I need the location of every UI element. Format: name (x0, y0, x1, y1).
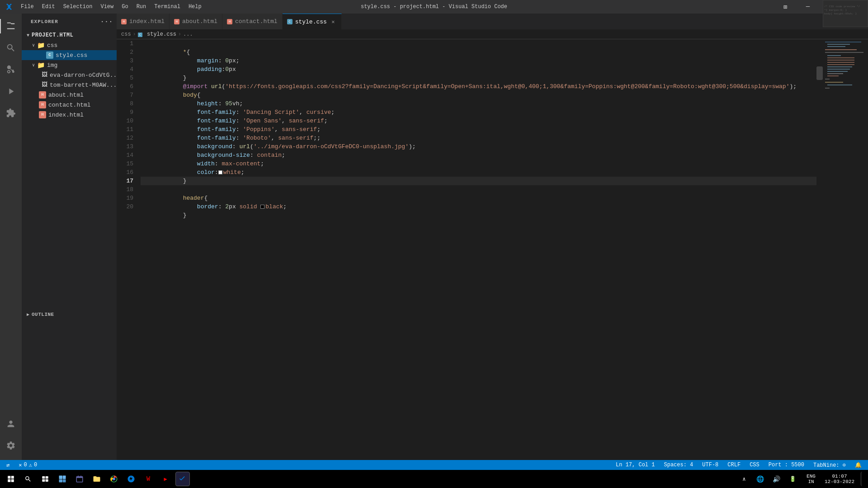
editor-scrollbar[interactable] (816, 39, 823, 460)
menu-terminal[interactable]: Terminal (151, 3, 184, 11)
status-port[interactable]: Port : 5500 (767, 460, 806, 470)
breadcrumb: css › C style.css › ... (117, 29, 868, 39)
sidebar-header-icons: ··· (102, 17, 111, 26)
status-language[interactable]: CSS (748, 460, 761, 470)
status-line-ending[interactable]: CRLF (726, 460, 742, 470)
breadcrumb-css[interactable]: css (121, 31, 131, 38)
tree-about-html[interactable]: ▶ H about.html (22, 90, 117, 100)
tree-img-folder[interactable]: ∨ 📁 img (22, 60, 117, 70)
outline-header[interactable]: ▶ OUTLINE (22, 310, 117, 319)
status-tabNine[interactable]: TabNine: ⊙ (811, 460, 848, 470)
activity-source-control-icon[interactable] (0, 59, 22, 80)
taskbar-word[interactable]: W (141, 472, 156, 486)
system-tray: ∧ 🌐 🔊 🔋 (737, 472, 800, 486)
menu-file[interactable]: File (17, 3, 38, 11)
app-logo-icon (5, 2, 14, 11)
status-spaces[interactable]: Spaces: 4 (662, 460, 695, 470)
taskbar-search[interactable] (21, 472, 35, 486)
tab-about[interactable]: H about.html (170, 14, 222, 29)
taskbar-file-explorer[interactable] (90, 472, 104, 486)
svg-rect-11 (827, 69, 850, 70)
taskbar-chrome[interactable] (107, 472, 121, 486)
tray-show-hidden[interactable]: ∧ (737, 472, 751, 486)
tab-close-button[interactable]: ✕ (330, 18, 337, 25)
status-notify[interactable]: 🔔 (853, 460, 863, 470)
tray-battery[interactable]: 🔋 (786, 472, 800, 486)
breadcrumb-style[interactable]: C style.css (138, 31, 176, 38)
sidebar-more-icon[interactable]: ··· (102, 17, 111, 26)
scrollbar-thumb[interactable] (816, 66, 823, 80)
svg-rect-0 (825, 42, 861, 42)
linenum-13: 13 (117, 142, 133, 151)
menu-view[interactable]: View (97, 3, 117, 11)
tab-index[interactable]: H index.html (117, 14, 170, 29)
svg-rect-2 (827, 46, 845, 47)
activity-account-icon[interactable] (0, 413, 22, 435)
menu-edit[interactable]: Edit (38, 3, 59, 11)
taskbar-vscode[interactable] (175, 472, 190, 486)
code-line-19: border: 2px solid black; (141, 194, 816, 202)
linenum-18: 18 (117, 185, 133, 194)
code-editor[interactable]: *{ margin: 0px; padding:0px } (137, 39, 816, 460)
status-encoding[interactable]: UTF-8 (700, 460, 720, 470)
code-line-17 (141, 177, 816, 185)
activity-debug-icon[interactable] (0, 80, 22, 102)
breadcrumb-more[interactable]: ... (183, 31, 193, 38)
editor-body: 1 2 3 4 5 6 7 8 9 10 11 12 13 14 15 16 1 (117, 39, 868, 460)
taskbar-clock[interactable]: 01:07 12-03-2022 (822, 474, 857, 484)
taskbar-language[interactable]: ENG IN (804, 473, 818, 485)
svg-rect-10 (827, 66, 852, 67)
activity-explorer-icon[interactable] (0, 15, 22, 37)
img-folder-icon: 📁 (37, 61, 45, 69)
start-button[interactable] (4, 472, 18, 486)
about-html-label: about.html (48, 92, 84, 99)
taskbar-teams[interactable] (72, 472, 87, 486)
task-view-button[interactable] (38, 472, 52, 486)
sidebar-header: EXPLORER ··· (22, 14, 117, 29)
svg-rect-1 (827, 44, 850, 45)
menu-help[interactable]: Help (185, 3, 205, 11)
taskbar-date-text: 12-03-2022 (825, 479, 854, 484)
warning-count: 0 (34, 462, 37, 468)
tree-contact-html[interactable]: ▶ H contact.html (22, 100, 117, 110)
tabs-bar: H index.html H about.html H contact.html… (117, 14, 868, 29)
outline-label: OUTLINE (32, 312, 54, 317)
activity-extensions-icon[interactable] (0, 102, 22, 124)
layout-button[interactable]: ⊞ (775, 0, 796, 14)
menu-selection[interactable]: Selection (60, 3, 96, 11)
activity-settings-icon[interactable] (0, 435, 22, 456)
project-label: PROJECT.HTML (32, 32, 73, 38)
tray-network[interactable]: 🌐 (753, 472, 768, 486)
status-remote[interactable]: ⇄ (5, 460, 11, 470)
linenum-14: 14 (117, 151, 133, 160)
tree-style-css[interactable]: ▶ C style.css (22, 50, 117, 60)
img2-file-icon: 🖼 (42, 81, 47, 89)
menu-run[interactable]: Run (133, 3, 150, 11)
title-bar: File Edit Selection View Go Run Terminal… (0, 0, 868, 14)
img-file-icon: 🖼 (42, 71, 47, 79)
status-bar-right: Ln 17, Col 1 Spaces: 4 UTF-8 CRLF CSS Po… (614, 460, 863, 470)
taskbar-tiles[interactable] (55, 472, 70, 486)
status-line-col[interactable]: Ln 17, Col 1 (614, 460, 656, 470)
tree-index-html[interactable]: ▶ H index.html (22, 110, 117, 120)
taskbar-youtube[interactable]: ▶ (158, 472, 173, 486)
taskbar-edge[interactable] (124, 472, 138, 486)
code-line-7: height: 95vh; (141, 91, 816, 99)
linenum-10: 10 (117, 117, 133, 125)
tray-volume[interactable]: 🔊 (769, 472, 784, 486)
notify-icon: 🔔 (855, 462, 862, 469)
tree-eva-darron[interactable]: ▶ 🖼 eva-darron-oCdVtG... (22, 70, 117, 80)
show-desktop-button[interactable] (861, 472, 864, 486)
minimize-button[interactable]: ─ (797, 0, 818, 14)
tab-contact[interactable]: H contact.html (222, 14, 283, 29)
tree-css-folder[interactable]: ∨ 📁 css (22, 40, 117, 50)
tab-style[interactable]: C style.css ✕ (283, 14, 342, 29)
tree-root[interactable]: ▼ PROJECT.HTML (22, 30, 117, 40)
activity-search-icon[interactable] (0, 37, 22, 59)
svg-rect-3 (825, 49, 857, 50)
tree-tom-barrett[interactable]: ▶ 🖼 tom-barrett-M0AW... (22, 80, 117, 90)
editor-main[interactable]: 1 2 3 4 5 6 7 8 9 10 11 12 13 14 15 16 1 (117, 39, 816, 460)
status-errors[interactable]: ✕ 0 ⚠ 0 (17, 460, 39, 470)
minimap: /* CSS code preview */ *{ margin:0; } bo… (823, 39, 868, 460)
menu-go[interactable]: Go (118, 3, 132, 11)
